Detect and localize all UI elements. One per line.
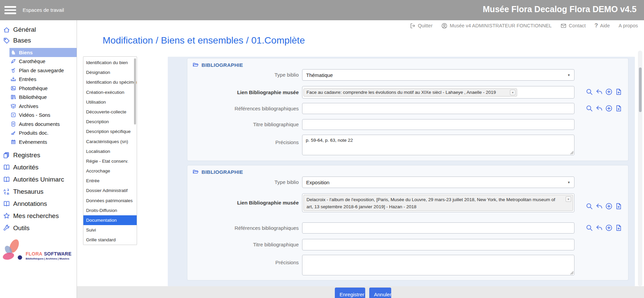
nav-item[interactable]: Caractéristiques (sn) xyxy=(83,137,137,146)
titre-row: Titre bibliographique xyxy=(187,239,628,250)
nav-item[interactable]: Accrochage xyxy=(83,166,137,176)
remove-chip-icon[interactable]: × xyxy=(510,90,515,95)
new-record-icon[interactable] xyxy=(615,224,622,232)
references-input[interactable] xyxy=(302,103,574,114)
nav-item[interactable]: Régie - Etat conserv. xyxy=(83,156,137,166)
wrench-icon xyxy=(3,224,10,232)
lien-bibliographie-row: Lien Bibliographie musée Delacroix - l'a… xyxy=(187,193,628,212)
contact-link[interactable]: Contact xyxy=(560,23,586,29)
lien-bibliographie-field[interactable]: Delacroix - l'album de l'exposition, [Pa… xyxy=(302,193,574,212)
chevron-down-icon: ▾ xyxy=(568,73,570,77)
sidebar-item-biens[interactable]: ♞ Biens xyxy=(9,48,77,57)
undo-icon[interactable] xyxy=(595,88,603,96)
sidebar-item-autres-documents[interactable]: Autres documents xyxy=(0,119,77,129)
cancel-button[interactable]: Annuler xyxy=(369,288,391,298)
sidebar-item-general[interactable]: Général xyxy=(0,24,77,35)
undo-icon[interactable] xyxy=(595,105,603,112)
sidebar-item-autorites-unimarc[interactable]: Autorités Unimarc xyxy=(0,173,77,186)
scrollbar-thumb[interactable] xyxy=(639,67,642,112)
add-circle-icon[interactable] xyxy=(605,224,613,232)
open-book-icon xyxy=(3,176,10,183)
sidebar-item-archives[interactable]: Archives xyxy=(0,102,77,111)
add-circle-icon[interactable] xyxy=(605,105,613,112)
nav-item[interactable]: Utilisation xyxy=(83,97,137,107)
sidebar-item-entrees[interactable]: Entrées xyxy=(0,75,77,84)
chess-knight-icon: ♞ xyxy=(10,50,16,55)
nav-item[interactable]: Dossier Administratif xyxy=(83,186,137,195)
sidebar-item-evenements[interactable]: Evènements xyxy=(0,137,77,146)
sidebar-bottom: Registres Autorités Autorités Unimarc Th… xyxy=(0,149,77,234)
add-circle-icon[interactable] xyxy=(605,88,613,96)
page-title: Modification / Biens et ensembles / 01.C… xyxy=(103,35,305,46)
nav-item[interactable]: Création-exécution xyxy=(83,87,137,97)
sidebar-item-bibliotheque[interactable]: Bibliothèque xyxy=(0,93,77,102)
sidebar-item-thesaurus[interactable]: Thesaurus xyxy=(0,186,77,198)
nav-item[interactable]: Droits-Diffusion xyxy=(83,206,137,215)
sidebar-item-autorites[interactable]: Autorités xyxy=(0,161,77,173)
remove-chip-icon[interactable]: × xyxy=(566,196,571,202)
sidebar-item-outils[interactable]: Outils xyxy=(0,222,77,234)
search-icon[interactable] xyxy=(586,224,593,232)
help-link[interactable]: ? Aide xyxy=(594,22,610,29)
nav-item[interactable]: Description spécifique xyxy=(83,127,137,136)
sidebar-item-videos-sons[interactable]: Vidéos - Sons xyxy=(0,111,77,120)
nav-item[interactable]: Localisation xyxy=(83,146,137,156)
nav-item[interactable]: Données patrimoniales xyxy=(83,196,137,206)
nav-item[interactable]: Identification du bien xyxy=(83,58,137,67)
home-icon xyxy=(3,26,10,33)
references-input[interactable] xyxy=(302,222,574,234)
titre-row: Titre bibliographique xyxy=(187,119,628,130)
exit-icon xyxy=(409,23,416,29)
nav-scrollbar-thumb[interactable] xyxy=(134,58,136,125)
workspace-label[interactable]: Espaces de travail xyxy=(23,7,64,13)
sidebar-item-bases[interactable]: Bases xyxy=(0,35,77,46)
field-actions xyxy=(586,224,622,232)
sidebar-item-carotheque[interactable]: Carothèque xyxy=(0,57,77,66)
nav-item[interactable]: Découverte-collecte xyxy=(83,107,137,117)
search-icon[interactable] xyxy=(586,202,593,210)
undo-icon[interactable] xyxy=(595,202,603,210)
nav-item[interactable]: Grille standard xyxy=(83,235,137,245)
sidebar-item-phototheque[interactable]: Photothèque xyxy=(0,84,77,93)
add-circle-icon[interactable] xyxy=(605,202,613,210)
type-biblio-select[interactable]: Exposition▾ xyxy=(302,177,574,188)
nav-item[interactable]: Désignation xyxy=(83,67,137,77)
nav-item[interactable]: Suivi xyxy=(83,225,137,235)
calendar-icon xyxy=(10,139,16,145)
nav-item[interactable]: Entrée xyxy=(83,176,137,186)
open-book-icon xyxy=(3,200,10,207)
undo-icon[interactable] xyxy=(595,224,603,232)
inbox-download-icon xyxy=(10,76,16,82)
new-record-icon[interactable] xyxy=(615,105,622,112)
sidebar-item-registres[interactable]: Registres xyxy=(0,149,77,161)
titre-input[interactable] xyxy=(302,119,574,130)
search-icon[interactable] xyxy=(586,105,593,112)
sidebar-item-plan-de-sauvegarde[interactable]: Plan de sauvegarde xyxy=(0,66,77,75)
user-menu[interactable]: Musée v4 ADMINISTRATEUR FONCTIONNEL xyxy=(441,23,552,29)
field-actions xyxy=(586,105,622,112)
precisions-textarea[interactable] xyxy=(302,255,574,275)
sidebar-item-produits-doc[interactable]: Produits doc. xyxy=(0,129,77,138)
document-icon xyxy=(10,121,16,127)
nav-item[interactable]: Identification du spécimen xyxy=(83,77,137,87)
flora-flower-icon xyxy=(1,238,24,263)
lien-bibliographie-field[interactable]: Face au cadavre: comprendre les évolutio… xyxy=(302,86,574,99)
nav-item[interactable]: Description xyxy=(83,117,137,127)
search-icon[interactable] xyxy=(586,88,593,96)
hamburger-menu-icon[interactable] xyxy=(4,6,16,14)
bibliography-chip: Face au cadavre: comprendre les évolutio… xyxy=(303,88,517,97)
nav-item-selected[interactable]: Documentation xyxy=(83,215,137,225)
references-row: Références bibliographiques xyxy=(187,222,628,234)
quit-link[interactable]: Quitter xyxy=(409,23,433,29)
type-biblio-select[interactable]: Thématique▾ xyxy=(302,69,574,81)
sidebar-item-mes-recherches[interactable]: Mes recherches xyxy=(0,210,77,222)
vertical-scrollbar[interactable] xyxy=(638,51,642,286)
titre-input[interactable] xyxy=(302,239,574,250)
save-button[interactable]: Enregistrer xyxy=(335,288,365,298)
about-link[interactable]: A propos xyxy=(619,23,638,28)
header-links: Quitter Musée v4 ADMINISTRATEUR FONCTION… xyxy=(409,22,638,29)
precisions-textarea[interactable]: p. 59-64, p. 63, note 22 xyxy=(302,135,574,155)
new-record-icon[interactable] xyxy=(615,88,622,96)
sidebar-item-annotations[interactable]: Annotations xyxy=(0,198,77,210)
new-record-icon[interactable] xyxy=(615,202,622,210)
